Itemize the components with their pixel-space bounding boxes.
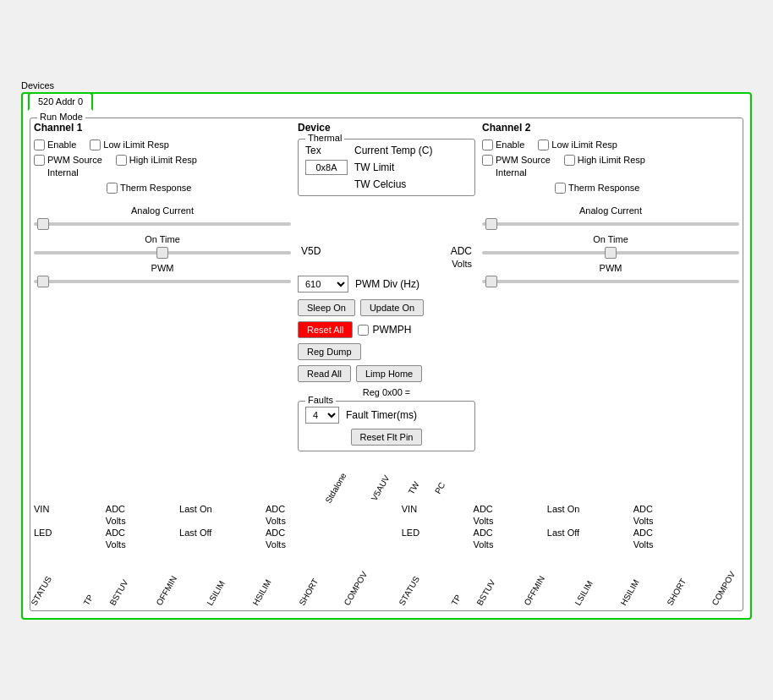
channel2-low-ilimit-checkbox[interactable] [538, 139, 549, 150]
channel2-pwm-checkbox[interactable] [482, 155, 493, 166]
channel1-high-ilimit-checkbox[interactable] [116, 155, 127, 166]
channel1-checkboxes-row3: Therm Response [34, 182, 291, 194]
ch2-volts-label3: Volts [474, 539, 542, 550]
channel2-title: Channel 2 [482, 122, 739, 134]
channel1-vin-grid: VIN ADC Last On ADC Volts Volts LED ADC [34, 504, 388, 550]
ch2-vin-label: VIN [402, 504, 469, 514]
thermal-box: Thermal Tex Current Temp (C) 0x8A TW Lim… [298, 139, 475, 196]
channel2-high-ilimit-checkbox[interactable] [564, 155, 575, 166]
channel2-low-ilimit-label: Low iLimit Resp [551, 139, 617, 150]
ch1-short-label: SHORT [298, 577, 321, 607]
ch1-offmin-label: OFFMIN [155, 574, 179, 607]
ch2-last-on-label: Last On [547, 504, 628, 514]
channel1-analog-current-title: Analog Current [34, 205, 291, 216]
channel1-low-ilimit-checkbox[interactable] [90, 139, 101, 150]
ch1-status-label: STATUS [29, 575, 53, 607]
channel2-enable-checkbox[interactable] [482, 139, 493, 150]
limp-home-button[interactable]: Limp Home [356, 365, 422, 382]
reset-flt-pin-button[interactable]: Reset Flt Pin [351, 429, 423, 446]
adc-label: ADC [451, 245, 472, 257]
reset-pin-row: Reset Flt Pin [305, 429, 468, 446]
tex-label: Tex [305, 145, 348, 156]
ch2-lsilim-label: LSILIM [573, 579, 595, 607]
reset-all-button[interactable]: Reset All [298, 321, 353, 338]
v5auv-label: V5AUV [355, 466, 391, 502]
channel2-on-time-thumb[interactable] [605, 247, 617, 259]
channel2-pwm-thumb[interactable] [485, 276, 497, 287]
ch1-tp-label: TP [81, 593, 95, 607]
channel1-therm-label: Therm Response [120, 182, 191, 194]
channel2-col: Channel 2 Enable Low iLimit Resp [482, 122, 739, 490]
channel1-therm-item: Therm Response [107, 182, 191, 194]
channel2-therm-checkbox[interactable] [555, 183, 566, 194]
device-col: Device Thermal Tex Current Temp (C) 0x8A… [298, 122, 475, 490]
update-on-button[interactable]: Update On [360, 299, 424, 316]
devices-label: Devices [21, 80, 752, 90]
channel1-pwm-track [34, 280, 291, 283]
channel2-therm-label: Therm Response [568, 182, 639, 194]
ch2-volts-label2: Volts [633, 516, 702, 526]
channel2-enable-label: Enable [496, 139, 524, 150]
ch1-last-off-label: Last Off [179, 528, 260, 538]
channel2-on-time-track [482, 251, 739, 254]
v5d-row: V5D ADC [298, 245, 475, 257]
channel1-col: Channel 1 Enable Low iLimit Resp [34, 122, 291, 490]
thermal-label: Thermal [305, 133, 344, 143]
sleep-on-button[interactable]: Sleep On [298, 299, 355, 316]
thermal-grid: Tex Current Temp (C) 0x8A TW Limit TW Ce… [305, 145, 468, 190]
tab-container: 520 Addr 0 Run Mode Channel 1 [21, 92, 752, 620]
pwmph-checkbox[interactable] [358, 325, 369, 336]
device-bottom-labels: Stdalone V5AUV TW PC [298, 465, 475, 490]
read-all-button[interactable]: Read All [298, 365, 351, 382]
channel1-on-time-thumb[interactable] [156, 247, 168, 259]
channel2-pwm-label: PWM Source Internal [496, 154, 551, 178]
ch1-volts-label3: Volts [106, 539, 174, 550]
reg-dump-row: Reg Dump [298, 343, 475, 360]
channel1-analog-current-track [34, 222, 291, 226]
ch2-volts-label1: Volts [474, 516, 542, 526]
channel2-vin-grid: VIN ADC Last On ADC Volts Volts LED ADC [402, 504, 756, 550]
faults-label: Faults [305, 395, 336, 405]
three-columns: Channel 1 Enable Low iLimit Resp [34, 122, 739, 490]
channel2-on-time-group: On Time [482, 234, 739, 254]
ch1-adc-label3: ADC [106, 528, 174, 538]
channel1-enable-checkbox[interactable] [34, 139, 45, 150]
ch2-adc-label3: ADC [474, 528, 542, 538]
ch1-adc-label1: ADC [106, 504, 174, 514]
tab-content: Run Mode Channel 1 Enable [23, 111, 750, 618]
channel1-therm-checkbox[interactable] [107, 183, 118, 194]
stdalone-label: Stdalone [310, 463, 348, 505]
channel1-pwm-title: PWM [34, 263, 291, 273]
channel1-high-ilimit-label: High iLimit Resp [129, 154, 197, 166]
channel2-therm-item: Therm Response [555, 182, 639, 194]
channel2-analog-current-thumb[interactable] [485, 218, 497, 230]
channel2-on-time-title: On Time [482, 234, 739, 244]
channel1-checkboxes-row1: Enable Low iLimit Resp [34, 139, 291, 150]
tab-label[interactable]: 520 Addr 0 [28, 92, 93, 111]
channel1-pwm-thumb[interactable] [37, 276, 49, 287]
channel2-enable-item: Enable [482, 139, 524, 150]
channel1-analog-current-thumb[interactable] [37, 218, 49, 230]
channel1-checkboxes-row2: PWM Source Internal High iLimit Resp [34, 154, 291, 178]
pwm-div-row: 610 1220 2440 4880 PWM Div (Hz) [298, 276, 475, 293]
volts-label: Volts [452, 259, 472, 269]
channel1-high-ilimit-item: High iLimit Resp [116, 154, 197, 166]
channel2-bottom: VIN ADC Last On ADC Volts Volts LED ADC [402, 504, 756, 607]
volts-row: Volts [298, 259, 475, 269]
channel1-pwm-checkbox[interactable] [34, 155, 45, 166]
pwmph-row: PWMPH [358, 321, 411, 338]
pwm-div-select[interactable]: 610 1220 2440 4880 [298, 276, 348, 293]
ch2-short-label: SHORT [666, 577, 688, 607]
read-limp-row: Read All Limp Home [298, 365, 475, 382]
ch2-tp-label: TP [449, 593, 463, 607]
fault-timer-row: 4 8 16 32 Fault Timer(ms) [305, 407, 468, 424]
main-window: Devices 520 Addr 0 Run Mode Channel 1 [14, 75, 759, 625]
pwmph-label: PWMPH [372, 324, 411, 336]
channel1-enable-label: Enable [47, 139, 76, 150]
ch2-offmin-label: OFFMIN [522, 574, 546, 607]
channel1-pwm-item: PWM Source Internal [34, 154, 102, 178]
v5d-label: V5D [301, 245, 321, 257]
fault-timer-select[interactable]: 4 8 16 32 [305, 407, 339, 424]
reg-dump-button[interactable]: Reg Dump [298, 343, 361, 360]
current-temp-label: Current Temp (C) [354, 145, 468, 156]
